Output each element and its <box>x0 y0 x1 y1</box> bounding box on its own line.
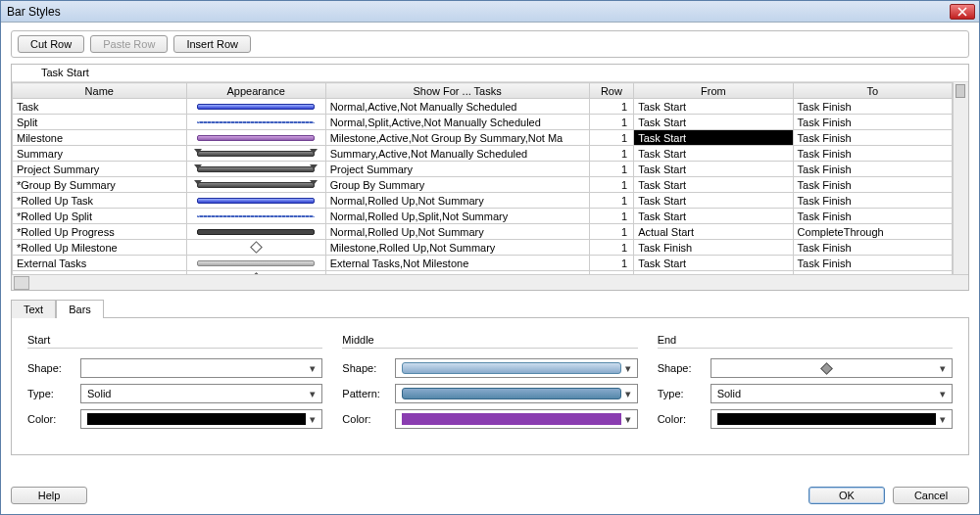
name-cell[interactable]: External Tasks <box>13 256 187 271</box>
table-row[interactable]: External TasksExternal Tasks,Not Milesto… <box>13 256 953 271</box>
appearance-cell[interactable] <box>186 240 325 256</box>
middle-pattern-combo[interactable]: ▾ <box>395 384 637 403</box>
name-cell[interactable]: External Milestone <box>13 271 187 275</box>
showfor-cell[interactable]: Project Summary <box>325 162 589 177</box>
ok-button[interactable]: OK <box>808 487 885 504</box>
to-cell[interactable]: Task Finish <box>793 193 952 209</box>
from-cell[interactable]: Task Start <box>634 193 793 209</box>
column-header[interactable]: Name <box>13 83 187 99</box>
row-cell[interactable]: 1 <box>589 99 634 115</box>
appearance-cell[interactable] <box>186 130 325 146</box>
vertical-scrollbar[interactable] <box>953 82 968 274</box>
name-cell[interactable]: *Rolled Up Task <box>13 193 187 209</box>
showfor-cell[interactable]: Group By Summary <box>325 177 589 193</box>
table-row[interactable]: SummarySummary,Active,Not Manually Sched… <box>13 146 953 162</box>
to-cell[interactable]: Task Finish <box>793 130 952 146</box>
table-row[interactable]: *Rolled Up MilestoneMilestone,Rolled Up,… <box>13 240 953 256</box>
start-type-combo[interactable]: Solid▾ <box>80 384 322 403</box>
from-cell[interactable]: Task Start <box>634 146 793 162</box>
row-cell[interactable]: 1 <box>589 209 634 224</box>
appearance-cell[interactable] <box>186 115 325 130</box>
table-row[interactable]: External MilestoneMilestone,External Tas… <box>13 271 953 275</box>
appearance-cell[interactable] <box>186 256 325 271</box>
help-button[interactable]: Help <box>11 487 87 504</box>
from-cell[interactable]: Task Start <box>634 115 793 130</box>
appearance-cell[interactable] <box>186 162 325 177</box>
row-cell[interactable]: 1 <box>589 146 634 162</box>
cut-row-button[interactable]: Cut Row <box>18 35 84 53</box>
appearance-cell[interactable] <box>186 224 325 240</box>
table-row[interactable]: SplitNormal,Split,Active,Not Manually Sc… <box>13 115 953 130</box>
appearance-cell[interactable] <box>186 209 325 224</box>
row-cell[interactable]: 1 <box>589 224 634 240</box>
column-header[interactable]: From <box>634 83 793 99</box>
middle-color-combo[interactable]: ▾ <box>395 409 637 429</box>
tab-bars[interactable]: Bars <box>56 300 104 318</box>
table-row[interactable]: *Rolled Up TaskNormal,Rolled Up,Not Summ… <box>13 193 953 209</box>
end-type-combo[interactable]: Solid▾ <box>710 384 953 403</box>
to-cell[interactable]: Task Finish <box>793 271 952 275</box>
scroll-left-button[interactable] <box>14 276 29 290</box>
to-cell[interactable]: Task Finish <box>793 99 952 115</box>
appearance-cell[interactable] <box>186 177 325 193</box>
to-cell[interactable]: Task Finish <box>793 209 952 224</box>
row-cell[interactable]: 1 <box>589 271 634 275</box>
column-header[interactable]: Show For ... Tasks <box>325 83 589 99</box>
table-row[interactable]: *Group By SummaryGroup By Summary1Task S… <box>13 177 953 193</box>
from-cell[interactable]: Task Start <box>634 209 793 224</box>
close-button[interactable] <box>950 4 975 20</box>
from-cell[interactable]: Task Start <box>634 256 793 271</box>
showfor-cell[interactable]: Summary,Active,Not Manually Scheduled <box>325 146 589 162</box>
styles-table[interactable]: NameAppearanceShow For ... TasksRowFromT… <box>12 82 953 274</box>
formula-bar[interactable]: Task Start <box>12 65 968 82</box>
to-cell[interactable]: Task Finish <box>793 115 952 130</box>
showfor-cell[interactable]: Milestone,Active,Not Group By Summary,No… <box>325 130 589 146</box>
name-cell[interactable]: Summary <box>13 146 187 162</box>
row-cell[interactable]: 1 <box>589 240 634 256</box>
to-cell[interactable]: CompleteThrough <box>793 224 952 240</box>
from-cell[interactable]: Task Finish <box>634 271 793 275</box>
name-cell[interactable]: Milestone <box>13 130 187 146</box>
end-shape-combo[interactable]: ▾ <box>710 358 953 378</box>
to-cell[interactable]: Task Finish <box>793 240 952 256</box>
horizontal-scrollbar[interactable] <box>12 274 968 290</box>
insert-row-button[interactable]: Insert Row <box>173 35 251 53</box>
showfor-cell[interactable]: Normal,Split,Active,Not Manually Schedul… <box>325 115 589 130</box>
showfor-cell[interactable]: Normal,Rolled Up,Not Summary <box>325 224 589 240</box>
name-cell[interactable]: *Rolled Up Split <box>13 209 187 224</box>
showfor-cell[interactable]: Normal,Active,Not Manually Scheduled <box>325 99 589 115</box>
name-cell[interactable]: Project Summary <box>13 162 187 177</box>
from-cell[interactable]: Task Start <box>634 130 793 146</box>
column-header[interactable]: Appearance <box>186 83 325 99</box>
name-cell[interactable]: Split <box>13 115 187 130</box>
row-cell[interactable]: 1 <box>589 115 634 130</box>
showfor-cell[interactable]: External Tasks,Not Milestone <box>325 256 589 271</box>
start-color-combo[interactable]: ▾ <box>80 409 322 429</box>
appearance-cell[interactable] <box>186 99 325 115</box>
row-cell[interactable]: 1 <box>589 193 634 209</box>
from-cell[interactable]: Task Start <box>634 177 793 193</box>
table-row[interactable]: Project SummaryProject Summary1Task Star… <box>13 162 953 177</box>
column-header[interactable]: Row <box>589 83 634 99</box>
column-header[interactable]: To <box>793 83 952 99</box>
end-color-combo[interactable]: ▾ <box>710 409 953 429</box>
showfor-cell[interactable]: Milestone,External Tasks <box>325 271 589 275</box>
showfor-cell[interactable]: Milestone,Rolled Up,Not Summary <box>325 240 589 256</box>
to-cell[interactable]: Task Finish <box>793 162 952 177</box>
row-cell[interactable]: 1 <box>589 177 634 193</box>
name-cell[interactable]: *Rolled Up Milestone <box>13 240 187 256</box>
appearance-cell[interactable] <box>186 146 325 162</box>
table-row[interactable]: *Rolled Up ProgressNormal,Rolled Up,Not … <box>13 224 953 240</box>
to-cell[interactable]: Task Finish <box>793 146 952 162</box>
cancel-button[interactable]: Cancel <box>893 487 969 504</box>
showfor-cell[interactable]: Normal,Rolled Up,Not Summary <box>325 193 589 209</box>
table-row[interactable]: MilestoneMilestone,Active,Not Group By S… <box>13 130 953 146</box>
to-cell[interactable]: Task Finish <box>793 177 952 193</box>
to-cell[interactable]: Task Finish <box>793 256 952 271</box>
name-cell[interactable]: Task <box>13 99 187 115</box>
start-shape-combo[interactable]: ▾ <box>80 358 322 378</box>
tab-text[interactable]: Text <box>11 300 56 318</box>
table-row[interactable]: *Rolled Up SplitNormal,Rolled Up,Split,N… <box>13 209 953 224</box>
row-cell[interactable]: 1 <box>589 162 634 177</box>
showfor-cell[interactable]: Normal,Rolled Up,Split,Not Summary <box>325 209 589 224</box>
